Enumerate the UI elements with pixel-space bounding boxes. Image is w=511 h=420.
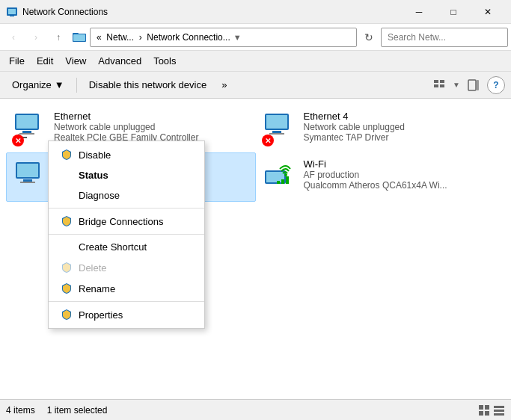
item-selected: 1 item selected — [47, 405, 108, 416]
ethernet4-error-badge: ✕ — [262, 135, 274, 146]
svg-rect-15 — [19, 133, 34, 135]
folder-icon — [72, 30, 87, 45]
shield-disable-icon — [61, 149, 73, 161]
shield-delete-icon — [61, 262, 73, 274]
svg-rect-38 — [494, 413, 504, 416]
ctx-delete[interactable]: Delete — [49, 257, 204, 278]
ctx-status[interactable]: Status — [49, 165, 204, 185]
toolbar-separator — [76, 78, 77, 93]
forward-button[interactable]: › — [25, 27, 46, 48]
ethernet4-driver: Symantec TAP Driver — [304, 132, 405, 143]
menu-file[interactable]: File — [3, 52, 31, 70]
ethernet4-info: Ethernet 4 Network cable unplugged Syman… — [304, 111, 405, 143]
ctx-sep-2 — [49, 234, 204, 235]
window-icon — [6, 6, 18, 18]
refresh-button[interactable]: ↻ — [358, 27, 379, 48]
view-grid-icon — [478, 404, 490, 416]
more-button[interactable]: » — [215, 75, 233, 96]
ctx-disable[interactable]: Disable — [49, 144, 204, 165]
view-list-icon — [493, 404, 505, 416]
ctx-properties[interactable]: Properties — [49, 304, 204, 325]
disable-label: Disable this network device — [89, 79, 207, 90]
toolbar: Organize ▼ Disable this network device »… — [0, 72, 511, 99]
svg-rect-28 — [281, 179, 284, 184]
svg-rect-33 — [485, 405, 489, 410]
svg-rect-23 — [17, 164, 38, 177]
svg-rect-6 — [434, 80, 438, 83]
address-field[interactable]: « Netw... › Network Connectio... ▼ — [90, 28, 357, 47]
svg-rect-9 — [440, 84, 444, 87]
menu-edit[interactable]: Edit — [31, 52, 59, 70]
svg-rect-8 — [434, 84, 438, 87]
svg-rect-32 — [479, 405, 483, 410]
window-title: Network Connections — [22, 7, 402, 17]
svg-point-31 — [284, 173, 287, 176]
content-area: ✕ Ethernet Network cable unplugged Realt… — [0, 99, 511, 399]
ethernet-icon-wrap: ✕ — [12, 111, 48, 146]
close-button[interactable]: ✕ — [471, 0, 505, 24]
wifi-icon-wrap — [262, 158, 298, 194]
ctx-diagnose[interactable]: Diagnose — [49, 185, 204, 206]
svg-rect-7 — [440, 80, 444, 83]
svg-rect-11 — [477, 80, 479, 90]
disable-button[interactable]: Disable this network device — [83, 75, 213, 96]
wifi-status: AF production — [304, 170, 447, 180]
ethernet-name: Ethernet — [54, 111, 198, 122]
search-input[interactable] — [381, 28, 508, 47]
organize-button[interactable]: Organize ▼ — [6, 75, 70, 96]
ctx-bridge-label: Bridge Connections — [79, 216, 163, 227]
network-item-wifi[interactable]: Wi-Fi AF production Qualcomm Atheros QCA… — [256, 152, 506, 202]
help-button[interactable]: ? — [487, 76, 505, 94]
ctx-shortcut-label: Create Shortcut — [79, 241, 147, 253]
window-controls: ─ □ ✕ — [402, 0, 505, 24]
ctx-properties-label: Properties — [79, 309, 123, 321]
address-chevron-icon: ▼ — [233, 33, 242, 42]
ctx-rename[interactable]: Rename — [49, 278, 204, 299]
menu-bar: File Edit View Advanced Tools — [0, 51, 511, 72]
minimize-button[interactable]: ─ — [402, 0, 436, 24]
wifi-driver: Qualcomm Atheros QCA61x4A Wi... — [304, 180, 447, 191]
preview-button[interactable] — [463, 75, 484, 96]
svg-rect-21 — [269, 133, 284, 135]
ctx-shortcut[interactable]: Create Shortcut — [49, 237, 204, 257]
menu-view[interactable]: View — [59, 52, 92, 70]
ctx-bridge[interactable]: Bridge Connections — [49, 211, 204, 232]
menu-tools[interactable]: Tools — [147, 52, 182, 70]
up-button[interactable]: ↑ — [48, 27, 69, 48]
svg-rect-13 — [16, 115, 37, 129]
wifi-name: Wi-Fi — [304, 158, 447, 170]
network-item-ethernet4[interactable]: ✕ Ethernet 4 Network cable unplugged Sym… — [256, 105, 506, 152]
svg-rect-37 — [494, 410, 504, 412]
svg-rect-24 — [23, 179, 32, 182]
svg-rect-25 — [20, 182, 35, 183]
ethernet6-icon-wrap — [13, 159, 49, 195]
ethernet-error-badge: ✕ — [12, 135, 24, 146]
wifi-info: Wi-Fi AF production Qualcomm Atheros QCA… — [304, 158, 447, 191]
view-icon — [433, 79, 445, 91]
status-bar: 4 items 1 item selected — [0, 399, 511, 420]
maximize-button[interactable]: □ — [436, 0, 471, 24]
ethernet6-computer-icon — [13, 159, 43, 189]
svg-rect-10 — [468, 80, 476, 90]
ctx-sep-3 — [49, 301, 204, 302]
svg-rect-19 — [266, 115, 287, 129]
back-button[interactable]: ‹ — [3, 27, 24, 48]
toolbar-right: ▼ ? — [429, 75, 505, 96]
organize-chevron-icon: ▼ — [55, 79, 64, 90]
view-options-button[interactable] — [429, 75, 450, 96]
ctx-disable-label: Disable — [79, 149, 111, 161]
context-menu: Disable Status Diagnose Bridge Connectio… — [48, 140, 205, 329]
view-chevron-icon: ▼ — [453, 81, 460, 89]
svg-rect-2 — [10, 15, 14, 16]
title-bar: Network Connections ─ □ ✕ — [0, 0, 511, 24]
wifi-icon — [262, 158, 292, 188]
svg-rect-1 — [8, 9, 16, 14]
svg-rect-29 — [286, 176, 289, 184]
address-text: « Netw... › Network Connectio... — [97, 32, 230, 43]
svg-rect-20 — [272, 131, 281, 133]
svg-rect-36 — [494, 406, 504, 408]
menu-advanced[interactable]: Advanced — [92, 52, 147, 70]
organize-label: Organize — [12, 79, 52, 90]
svg-rect-30 — [277, 181, 280, 184]
svg-rect-5 — [73, 34, 85, 41]
